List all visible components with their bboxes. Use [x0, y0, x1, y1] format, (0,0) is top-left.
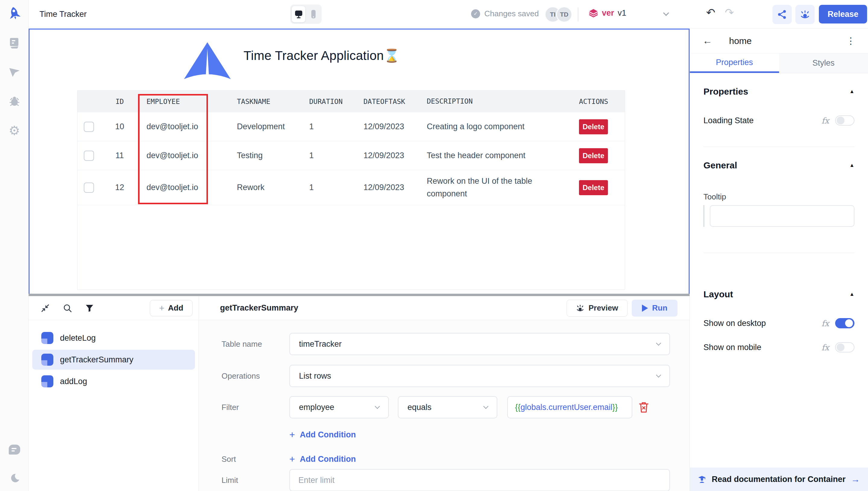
- app-canvas: Time Tracker Application⌛ ID EMPLOYEE TA…: [29, 29, 690, 296]
- filter-icon[interactable]: [85, 304, 94, 312]
- table-name-select[interactable]: timeTracker: [289, 333, 670, 355]
- back-arrow-icon[interactable]: ←: [703, 35, 712, 47]
- table-row: 11 dev@tooljet.io Testing 1 12/09/2023 T…: [78, 141, 625, 170]
- show-on-mobile-label: Show on mobile: [703, 343, 761, 352]
- tooljet-logo-icon[interactable]: [6, 5, 23, 22]
- cell-taskname: Testing: [230, 151, 302, 160]
- app-logo-image: [180, 42, 234, 83]
- pages-icon[interactable]: [0, 30, 29, 57]
- sort-add-condition-button[interactable]: + Add Condition: [289, 454, 356, 465]
- cell-id: 10: [100, 122, 139, 131]
- limit-input[interactable]: [289, 469, 670, 491]
- row-checkbox[interactable]: [84, 182, 94, 193]
- fx-button[interactable]: fx: [821, 319, 829, 328]
- play-icon: [642, 305, 648, 312]
- cell-description: Test the header component: [420, 149, 572, 162]
- query-list-item[interactable]: addLog: [32, 371, 195, 391]
- version-selector[interactable]: ver v1: [589, 8, 626, 18]
- undo-button[interactable]: ↶: [706, 7, 715, 18]
- dark-mode-icon[interactable]: [0, 465, 29, 491]
- properties-section-header[interactable]: Properties ▲: [703, 86, 855, 97]
- settings-icon[interactable]: ⚙: [0, 117, 29, 144]
- release-button[interactable]: Release: [819, 5, 867, 24]
- cell-taskname: Rework: [230, 183, 302, 192]
- delete-condition-button[interactable]: [638, 401, 649, 413]
- column-header-description[interactable]: DESCRIPTION: [420, 96, 572, 107]
- limit-label: Limit: [222, 469, 289, 491]
- filter-label: Filter: [222, 396, 289, 440]
- add-query-button[interactable]: + Add: [150, 300, 193, 316]
- inspector-icon[interactable]: [0, 59, 29, 86]
- version-chevron-down-icon[interactable]: [663, 10, 669, 16]
- loading-state-label: Loading State: [703, 116, 754, 125]
- share-button[interactable]: [773, 5, 792, 24]
- trash-icon: [638, 401, 649, 413]
- loading-state-toggle[interactable]: [835, 115, 855, 125]
- cell-id: 12: [100, 183, 139, 192]
- show-on-desktop-toggle[interactable]: [835, 318, 855, 328]
- delete-row-button[interactable]: Delete: [579, 119, 608, 134]
- redo-button[interactable]: ↷: [725, 7, 734, 18]
- search-icon[interactable]: [63, 304, 72, 313]
- query-panel-drag-handle[interactable]: [29, 294, 690, 296]
- delete-row-button[interactable]: Delete: [579, 180, 608, 195]
- component-name[interactable]: home: [729, 36, 752, 46]
- row-checkbox[interactable]: [84, 151, 94, 161]
- query-list-item-selected[interactable]: getTrackerSummary: [32, 350, 195, 370]
- chevron-down-icon: [656, 341, 661, 346]
- properties-section: Properties ▲ Loading State fx: [690, 73, 868, 147]
- collaborator-avatars: TI TD: [544, 6, 572, 23]
- column-header-taskname[interactable]: TASKNAME: [230, 97, 302, 106]
- column-header-duration[interactable]: DURATION: [302, 97, 356, 106]
- table-name-label: Table name: [222, 333, 289, 355]
- app-header-title: Time Tracker Application⌛: [244, 48, 400, 63]
- desktop-layout-button[interactable]: [292, 6, 305, 22]
- filter-operator-select[interactable]: equals: [398, 396, 497, 418]
- fx-button[interactable]: fx: [821, 343, 829, 352]
- documentation-link[interactable]: Read documentation for Container →: [690, 467, 868, 491]
- app-name[interactable]: Time Tracker: [39, 10, 87, 19]
- query-name[interactable]: getTrackerSummary: [220, 304, 298, 313]
- column-header-dateoftask[interactable]: DATEOFTASK: [356, 97, 420, 106]
- query-list-item[interactable]: deleteLog: [32, 328, 195, 348]
- row-checkbox[interactable]: [84, 122, 94, 132]
- filter-column-select[interactable]: employee: [289, 396, 389, 418]
- mobile-layout-button[interactable]: [307, 6, 320, 22]
- filter-add-condition-button[interactable]: + Add Condition: [289, 429, 356, 440]
- indent-bar: [703, 205, 704, 227]
- filter-value-input[interactable]: {{globals.currentUser.email}}: [507, 396, 632, 418]
- tooltip-input[interactable]: [710, 205, 855, 227]
- mobile-icon: [311, 10, 316, 19]
- column-header-employee[interactable]: EMPLOYEE: [139, 97, 230, 106]
- tab-styles[interactable]: Styles: [779, 53, 868, 73]
- tab-properties[interactable]: Properties: [690, 53, 779, 73]
- show-on-mobile-toggle[interactable]: [835, 342, 855, 352]
- comments-icon[interactable]: [0, 436, 29, 463]
- column-header-actions[interactable]: ACTIONS: [572, 97, 625, 106]
- documentation-icon: [698, 475, 706, 484]
- operations-select[interactable]: List rows: [289, 365, 670, 387]
- general-section-header[interactable]: General ▲: [703, 160, 855, 171]
- run-query-button[interactable]: Run: [632, 300, 677, 317]
- desktop-icon: [294, 10, 303, 18]
- collapse-triangle-icon: ▲: [849, 291, 855, 297]
- left-navigation-rail: ⚙: [0, 0, 29, 491]
- app-preview-button[interactable]: [795, 5, 815, 24]
- layout-section: Layout ▲ Show on desktop fx Show on mobi…: [690, 253, 868, 352]
- kebab-menu-icon[interactable]: ⋮: [846, 35, 855, 46]
- collapse-panel-icon[interactable]: [41, 304, 50, 313]
- avatar[interactable]: TD: [556, 6, 572, 23]
- chevron-down-icon: [483, 404, 488, 409]
- share-icon: [777, 10, 787, 19]
- preview-query-button[interactable]: Preview: [567, 300, 627, 317]
- debugger-icon[interactable]: [0, 88, 29, 115]
- time-tracker-table: ID EMPLOYEE TASKNAME DURATION DATEOFTASK…: [77, 90, 625, 290]
- version-value: v1: [618, 8, 626, 18]
- delete-row-button[interactable]: Delete: [579, 148, 608, 163]
- query-panel-header: + Add getTrackerSummary Preview: [29, 296, 690, 320]
- fx-button[interactable]: fx: [821, 116, 829, 125]
- column-header-id[interactable]: ID: [100, 97, 139, 106]
- general-section: General ▲ Tooltip: [690, 147, 868, 253]
- layout-section-header[interactable]: Layout ▲: [703, 289, 855, 299]
- show-on-desktop-label: Show on desktop: [703, 319, 766, 328]
